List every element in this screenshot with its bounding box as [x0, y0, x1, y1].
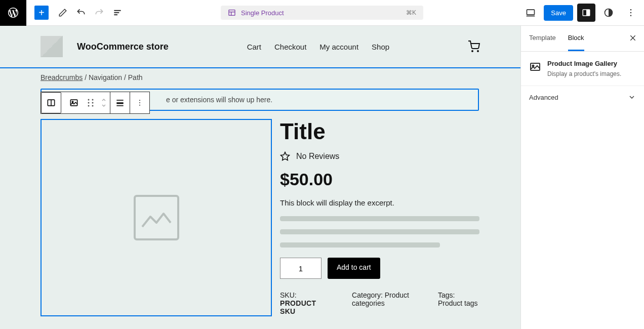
placeholder-lines — [280, 216, 480, 248]
settings-sidebar: Template Block Product Image Gallery Dis… — [520, 26, 644, 329]
add-to-cart-button[interactable]: Add to cart — [328, 258, 380, 279]
main-area: WooCommerce store Cart Checkout My accou… — [0, 26, 644, 329]
block-info: Product Image Gallery Display a product'… — [521, 52, 644, 86]
star-icon — [280, 151, 290, 161]
shortcut-hint: ⌘K — [406, 9, 416, 16]
cart-icon[interactable] — [468, 40, 480, 53]
breadcrumb-item[interactable]: Breadcrumbs — [41, 73, 83, 81]
block-more-icon[interactable] — [130, 93, 149, 113]
product-layout: Title No Reviews $50.00 This block will … — [41, 119, 480, 316]
image-placeholder-icon — [134, 195, 179, 240]
parent-block-button[interactable] — [42, 93, 61, 113]
svg-point-14 — [472, 51, 473, 52]
notice-text: e or extensions will show up here. — [166, 96, 272, 104]
block-type-icon[interactable] — [64, 93, 84, 113]
svg-marker-32 — [281, 152, 290, 160]
logo-block: WooCommerce store — [41, 36, 169, 57]
wp-icon — [7, 7, 19, 19]
chevron-down-icon — [628, 93, 636, 101]
layout-icon — [228, 9, 236, 17]
block-title: Product Image Gallery — [547, 60, 621, 67]
breadcrumb-item: Navigation — [89, 73, 122, 81]
drag-handle-icon[interactable] — [84, 93, 98, 113]
site-logo-placeholder[interactable] — [41, 36, 63, 57]
editor-top-bar: + Single Product ⌘K Save — [0, 0, 644, 26]
list-view-icon[interactable] — [110, 6, 125, 20]
product-rating[interactable]: No Reviews — [280, 151, 480, 161]
svg-point-21 — [92, 99, 94, 101]
viewport-icon[interactable] — [521, 4, 540, 22]
placeholder-line — [280, 216, 479, 221]
editor-canvas[interactable]: WooCommerce store Cart Checkout My accou… — [0, 26, 520, 329]
tool-icons-group — [56, 6, 125, 20]
svg-rect-9 — [586, 10, 590, 16]
nav-cart[interactable]: Cart — [247, 43, 261, 51]
product-image-gallery-block[interactable] — [41, 119, 272, 316]
add-block-button[interactable]: + — [34, 6, 49, 20]
nav-shop[interactable]: Shop — [372, 43, 389, 51]
undo-icon[interactable] — [74, 6, 88, 20]
template-name: Single Product — [241, 9, 284, 17]
svg-point-29 — [139, 100, 140, 101]
meta-category[interactable]: Category: Product categories — [352, 291, 418, 315]
svg-point-13 — [630, 15, 632, 17]
svg-point-23 — [92, 102, 94, 104]
block-description: Display a product's images. — [547, 70, 621, 77]
block-toolbar — [41, 92, 150, 114]
svg-point-22 — [88, 102, 90, 104]
more-options-icon[interactable] — [622, 4, 640, 22]
move-arrows-icon[interactable] — [98, 93, 110, 113]
svg-rect-3 — [229, 10, 235, 16]
block-info-text: Product Image Gallery Display a product'… — [547, 60, 621, 77]
add-to-cart-row: 1 Add to cart — [280, 258, 480, 279]
svg-point-12 — [630, 12, 632, 14]
svg-point-30 — [139, 102, 140, 103]
sidebar-tabs: Template Block — [521, 26, 644, 52]
quantity-input[interactable]: 1 — [280, 258, 321, 279]
styles-icon[interactable] — [599, 4, 618, 22]
align-button[interactable] — [110, 93, 130, 113]
reviews-text: No Reviews — [296, 152, 339, 161]
product-excerpt[interactable]: This block will display the excerpt. — [280, 198, 480, 207]
close-sidebar-icon[interactable] — [628, 33, 638, 43]
product-info: Title No Reviews $50.00 This block will … — [280, 119, 480, 316]
save-button[interactable]: Save — [544, 5, 573, 21]
toolbar-wrap: WooCommerce Notices from the store or ex… — [41, 89, 480, 111]
svg-point-25 — [92, 105, 94, 107]
breadcrumb-item: Path — [128, 73, 143, 81]
svg-rect-28 — [116, 105, 123, 106]
nav-account[interactable]: My account — [319, 43, 358, 51]
svg-point-31 — [139, 105, 140, 106]
redo-icon[interactable] — [92, 6, 106, 20]
svg-point-15 — [477, 51, 478, 52]
settings-panel-toggle[interactable] — [577, 4, 595, 22]
svg-rect-26 — [116, 100, 123, 101]
tab-block[interactable]: Block — [568, 26, 584, 51]
advanced-label: Advanced — [529, 94, 558, 101]
placeholder-line — [280, 229, 479, 234]
content-wrap: Breadcrumbs / Navigation / Path WooComme… — [0, 67, 520, 316]
site-header: WooCommerce store Cart Checkout My accou… — [0, 26, 520, 67]
svg-rect-6 — [527, 10, 535, 15]
wordpress-logo[interactable] — [0, 0, 26, 26]
edit-tool-icon[interactable] — [56, 6, 70, 20]
store-name[interactable]: WooCommerce store — [77, 42, 169, 52]
product-price[interactable]: $50.00 — [280, 170, 480, 189]
top-left-tools: + — [0, 0, 125, 25]
svg-point-11 — [630, 9, 632, 11]
placeholder-line — [280, 242, 440, 248]
tc-left: Single Product — [228, 9, 284, 17]
svg-rect-27 — [116, 102, 123, 104]
svg-point-24 — [88, 105, 90, 107]
nav-checkout[interactable]: Checkout — [274, 43, 306, 51]
nav-menu: Cart Checkout My account Shop — [247, 43, 389, 51]
template-selector[interactable]: Single Product ⌘K — [221, 6, 423, 20]
tab-template[interactable]: Template — [529, 26, 556, 51]
gallery-block-icon — [529, 61, 541, 73]
svg-point-20 — [88, 99, 90, 101]
meta-sku[interactable]: SKU: PRODUCT SKU — [280, 291, 332, 315]
breadcrumb[interactable]: Breadcrumbs / Navigation / Path — [41, 68, 480, 89]
advanced-panel[interactable]: Advanced — [521, 86, 644, 108]
product-title[interactable]: Title — [280, 119, 480, 144]
meta-tags[interactable]: Tags: Product tags — [438, 291, 480, 315]
